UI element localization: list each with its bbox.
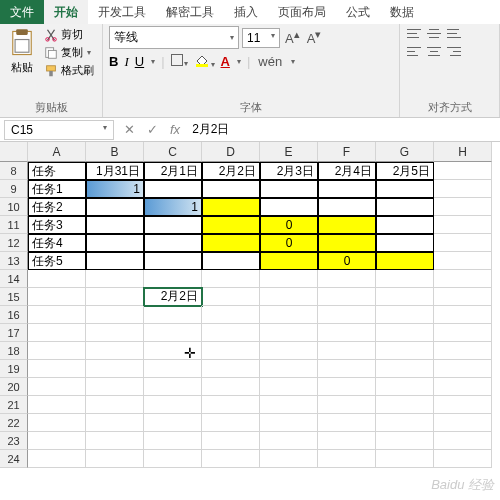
row-header[interactable]: 18 [0,342,28,360]
cell[interactable]: 0 [260,234,318,252]
cell[interactable] [260,450,318,468]
cell[interactable] [318,360,376,378]
cell[interactable] [434,270,492,288]
cell[interactable] [86,432,144,450]
cell[interactable] [144,342,202,360]
cell[interactable] [28,306,86,324]
cell[interactable] [86,324,144,342]
formula-input[interactable] [186,121,500,139]
cell[interactable] [376,414,434,432]
col-header[interactable]: A [28,142,86,162]
cell[interactable] [202,270,260,288]
cell[interactable] [260,396,318,414]
row-header[interactable]: 19 [0,360,28,378]
row-header[interactable]: 13 [0,252,28,270]
cell[interactable] [144,450,202,468]
cell[interactable] [434,162,492,180]
cell[interactable] [28,360,86,378]
cell[interactable] [434,288,492,306]
font-name-select[interactable]: 等线▾ [109,26,239,49]
cell[interactable] [260,270,318,288]
col-header[interactable]: G [376,142,434,162]
cell[interactable] [318,216,376,234]
cell[interactable] [28,324,86,342]
cell[interactable] [202,180,260,198]
confirm-icon[interactable]: ✓ [141,122,164,137]
cell[interactable] [86,234,144,252]
cell[interactable]: 1月31日 [86,162,144,180]
cell[interactable] [260,432,318,450]
cell[interactable]: 0 [260,216,318,234]
cell[interactable] [376,270,434,288]
row-header[interactable]: 17 [0,324,28,342]
cell[interactable] [376,450,434,468]
cell[interactable] [28,414,86,432]
tab-data[interactable]: 数据 [380,0,424,24]
cell[interactable] [202,198,260,216]
cut-button[interactable]: 剪切 [42,26,96,43]
cell[interactable] [260,324,318,342]
cell[interactable] [318,306,376,324]
cell[interactable] [28,270,86,288]
cell[interactable] [202,216,260,234]
cell[interactable] [86,252,144,270]
align-left-icon[interactable] [406,44,422,58]
cell[interactable] [434,342,492,360]
cell[interactable]: 2月5日 [376,162,434,180]
col-header[interactable]: C [144,142,202,162]
cell[interactable] [376,432,434,450]
cell[interactable] [376,378,434,396]
cell[interactable] [86,342,144,360]
cell[interactable] [318,378,376,396]
cell[interactable] [434,432,492,450]
cell[interactable] [376,216,434,234]
tab-home[interactable]: 开始 [44,0,88,24]
cell[interactable] [86,378,144,396]
cell[interactable] [434,234,492,252]
cell[interactable] [434,180,492,198]
cell[interactable] [86,288,144,306]
border-button[interactable]: ▾ [171,54,188,69]
cell[interactable] [202,288,260,306]
cell[interactable] [260,198,318,216]
cell[interactable] [318,450,376,468]
increase-font-icon[interactable]: A▴ [283,28,302,46]
cell[interactable] [28,396,86,414]
cell[interactable] [318,180,376,198]
cell[interactable] [376,234,434,252]
underline-button[interactable]: U [135,54,144,69]
tab-developer[interactable]: 开发工具 [88,0,156,24]
cell[interactable]: 任务5 [28,252,86,270]
cell[interactable] [260,306,318,324]
cell[interactable] [144,396,202,414]
cell[interactable] [86,360,144,378]
cell[interactable] [144,432,202,450]
cell[interactable] [144,324,202,342]
col-header[interactable]: H [434,142,492,162]
cell[interactable] [202,378,260,396]
row-header[interactable]: 8 [0,162,28,180]
active-cell[interactable]: 2月2日 [144,288,202,306]
copy-button[interactable]: 复制▾ [42,44,96,61]
paste-button[interactable]: 粘贴 [6,26,38,77]
cell[interactable] [318,396,376,414]
format-painter-button[interactable]: 格式刷 [42,62,96,79]
row-header[interactable]: 15 [0,288,28,306]
row-header[interactable]: 12 [0,234,28,252]
cell[interactable] [434,396,492,414]
bold-button[interactable]: B [109,54,118,69]
cell[interactable] [28,342,86,360]
cell[interactable] [318,414,376,432]
cell[interactable]: 2月1日 [144,162,202,180]
cell[interactable] [86,306,144,324]
italic-button[interactable]: I [124,54,128,70]
cell[interactable]: 任务4 [28,234,86,252]
font-color-button[interactable]: A [221,54,230,69]
cell[interactable] [144,180,202,198]
row-header[interactable]: 22 [0,414,28,432]
decrease-font-icon[interactable]: A▾ [305,28,324,46]
row-header[interactable]: 20 [0,378,28,396]
align-top-icon[interactable] [406,26,422,40]
row-header[interactable]: 23 [0,432,28,450]
cell[interactable] [376,198,434,216]
